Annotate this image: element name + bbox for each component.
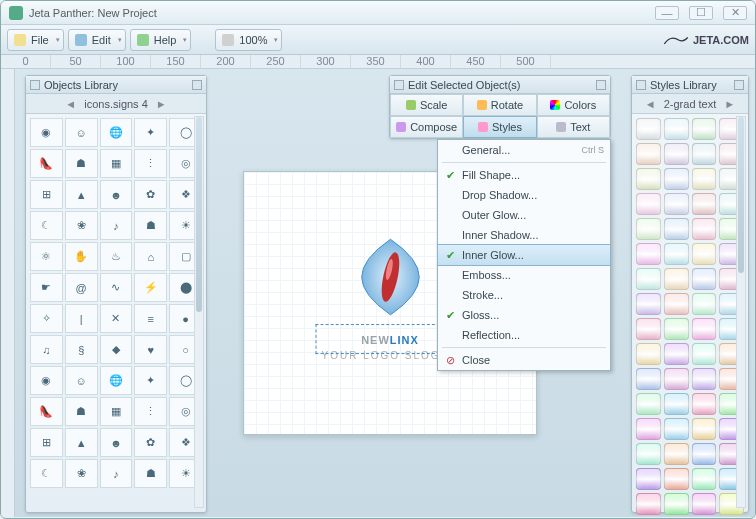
library-icon[interactable]: ☗ — [65, 149, 98, 178]
library-icon[interactable]: ▲ — [65, 180, 98, 209]
style-swatch[interactable] — [664, 118, 689, 140]
prev-style-button[interactable]: ◄ — [641, 98, 660, 110]
library-icon[interactable]: § — [65, 335, 98, 364]
style-swatch[interactable] — [664, 293, 689, 315]
style-swatch[interactable] — [636, 343, 661, 365]
library-icon[interactable]: ✦ — [134, 118, 167, 147]
library-icon[interactable]: ♪ — [100, 211, 133, 240]
panel-menu-icon[interactable] — [734, 80, 744, 90]
style-swatch[interactable] — [664, 468, 689, 490]
menu-stroke[interactable]: Stroke... — [438, 285, 610, 305]
library-icon[interactable]: | — [65, 304, 98, 333]
style-swatch[interactable] — [664, 168, 689, 190]
styles-button[interactable]: Styles — [463, 116, 536, 138]
library-icon[interactable]: ✿ — [134, 180, 167, 209]
style-swatch[interactable] — [664, 493, 689, 515]
library-icon[interactable]: ❀ — [65, 211, 98, 240]
rotate-button[interactable]: Rotate — [463, 94, 536, 116]
help-menu[interactable]: Help — [130, 29, 192, 51]
library-icon[interactable]: ☺ — [65, 366, 98, 395]
style-swatch[interactable] — [692, 218, 717, 240]
style-swatch[interactable] — [664, 193, 689, 215]
library-icon[interactable]: 🌐 — [100, 366, 133, 395]
style-swatch[interactable] — [692, 118, 717, 140]
library-icon[interactable]: ♨ — [100, 242, 133, 271]
prev-category-button[interactable]: ◄ — [61, 98, 80, 110]
style-swatch[interactable] — [664, 443, 689, 465]
library-icon[interactable]: 👠 — [30, 149, 63, 178]
style-swatch[interactable] — [636, 368, 661, 390]
library-icon[interactable]: ∿ — [100, 273, 133, 302]
library-icon[interactable]: ✕ — [100, 304, 133, 333]
file-menu[interactable]: File — [7, 29, 64, 51]
library-icon[interactable]: ⚛ — [30, 242, 63, 271]
style-swatch[interactable] — [636, 118, 661, 140]
maximize-button[interactable]: ☐ — [689, 6, 713, 20]
library-icon[interactable]: ☾ — [30, 459, 63, 488]
style-swatch[interactable] — [636, 143, 661, 165]
style-category[interactable]: 2-grad text — [664, 98, 717, 110]
style-swatch[interactable] — [692, 243, 717, 265]
next-category-button[interactable]: ► — [152, 98, 171, 110]
library-icon[interactable]: ▦ — [100, 397, 133, 426]
style-swatch[interactable] — [664, 343, 689, 365]
library-icon[interactable]: ☗ — [134, 459, 167, 488]
style-swatch[interactable] — [692, 368, 717, 390]
scale-button[interactable]: Scale — [390, 94, 463, 116]
library-icon[interactable]: ✦ — [134, 366, 167, 395]
library-icon[interactable]: ⋮ — [134, 149, 167, 178]
style-swatch[interactable] — [636, 168, 661, 190]
style-swatch[interactable] — [636, 418, 661, 440]
menu-drop-shadow[interactable]: Drop Shadow... — [438, 185, 610, 205]
style-swatch[interactable] — [664, 368, 689, 390]
menu-general[interactable]: General...Ctrl S — [438, 140, 610, 160]
compose-button[interactable]: Compose — [390, 116, 463, 138]
style-swatch[interactable] — [664, 268, 689, 290]
next-style-button[interactable]: ► — [720, 98, 739, 110]
style-swatch[interactable] — [636, 468, 661, 490]
menu-fill-shape[interactable]: ✔Fill Shape... — [438, 165, 610, 185]
menu-gloss[interactable]: ✔Gloss... — [438, 305, 610, 325]
style-swatch[interactable] — [692, 493, 717, 515]
colors-button[interactable]: Colors — [537, 94, 610, 116]
text-button[interactable]: Text — [537, 116, 610, 138]
library-icon[interactable]: ⌂ — [134, 242, 167, 271]
library-icon[interactable]: ☛ — [30, 273, 63, 302]
library-icon[interactable]: ▦ — [100, 149, 133, 178]
menu-close[interactable]: ⊘Close — [438, 350, 610, 370]
style-swatch[interactable] — [664, 143, 689, 165]
library-icon[interactable]: ≡ — [134, 304, 167, 333]
style-swatch[interactable] — [664, 218, 689, 240]
menu-emboss[interactable]: Emboss... — [438, 265, 610, 285]
library-icon[interactable]: ☾ — [30, 211, 63, 240]
style-swatch[interactable] — [692, 268, 717, 290]
style-swatch[interactable] — [636, 443, 661, 465]
library-icon[interactable]: ✧ — [30, 304, 63, 333]
style-swatch[interactable] — [692, 343, 717, 365]
library-icon[interactable]: ♫ — [30, 335, 63, 364]
style-swatch[interactable] — [636, 393, 661, 415]
category-label[interactable]: icons.signs 4 — [84, 98, 148, 110]
style-swatch[interactable] — [664, 418, 689, 440]
library-icon[interactable]: ☗ — [65, 397, 98, 426]
style-swatch[interactable] — [692, 193, 717, 215]
library-icon[interactable]: ✿ — [134, 428, 167, 457]
library-icon[interactable]: ☻ — [100, 180, 133, 209]
library-icon[interactable]: ❀ — [65, 459, 98, 488]
style-swatch[interactable] — [636, 243, 661, 265]
style-swatch[interactable] — [692, 168, 717, 190]
library-icon[interactable]: @ — [65, 273, 98, 302]
library-icon[interactable]: ⚡ — [134, 273, 167, 302]
library-icon[interactable]: ⋮ — [134, 397, 167, 426]
panel-menu-icon[interactable] — [192, 80, 202, 90]
library-icon[interactable]: ☺ — [65, 118, 98, 147]
style-swatch[interactable] — [636, 293, 661, 315]
style-swatch[interactable] — [664, 393, 689, 415]
library-icon[interactable]: ☻ — [100, 428, 133, 457]
style-swatch[interactable] — [636, 268, 661, 290]
style-swatch[interactable] — [636, 193, 661, 215]
style-swatch[interactable] — [692, 443, 717, 465]
library-icon[interactable]: ♪ — [100, 459, 133, 488]
style-swatch[interactable] — [664, 318, 689, 340]
library-icon[interactable]: ✋ — [65, 242, 98, 271]
